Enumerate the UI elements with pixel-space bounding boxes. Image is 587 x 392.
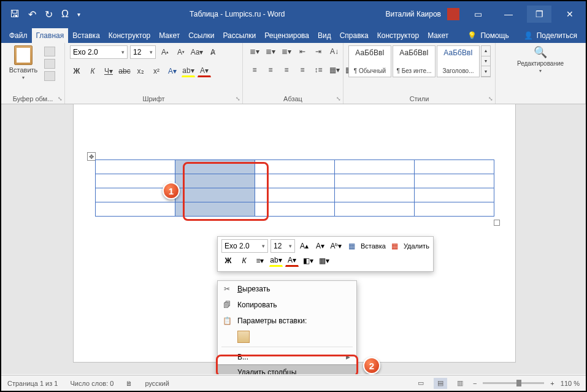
save-icon[interactable]: 🖫: [10, 9, 20, 20]
restore-button[interactable]: ❐: [527, 6, 551, 23]
view-read-icon[interactable]: ▭: [414, 378, 428, 389]
subscript-button[interactable]: x₂: [134, 65, 147, 77]
superscript-button[interactable]: x²: [150, 65, 163, 77]
copy-icon[interactable]: [44, 59, 55, 69]
tab-mailings[interactable]: Рассылки: [218, 28, 260, 43]
zoom-slider[interactable]: [483, 382, 544, 384]
undo-icon[interactable]: ↶: [28, 9, 36, 20]
sort-icon[interactable]: A↓: [328, 45, 341, 58]
chevron-down-icon[interactable]: ▾: [286, 243, 294, 249]
font-name-input[interactable]: [71, 46, 118, 58]
tab-design[interactable]: Конструктор: [104, 28, 155, 43]
view-print-icon[interactable]: ▤: [434, 378, 447, 389]
status-lang[interactable]: русский: [145, 380, 169, 387]
align-left-icon[interactable]: ≡: [248, 64, 261, 76]
zoom-level[interactable]: 110 %: [561, 380, 580, 387]
tab-table-layout[interactable]: Макет: [423, 28, 453, 43]
minimize-button[interactable]: —: [496, 6, 521, 23]
font-color-icon[interactable]: A▾: [198, 65, 211, 77]
mt-fontcolor-icon[interactable]: A▾: [285, 255, 299, 267]
tell-me[interactable]: Помощь: [480, 31, 508, 40]
bullets-icon[interactable]: ≣▾: [248, 45, 261, 58]
mt-shading-icon[interactable]: ◧▾: [301, 255, 315, 267]
styles-launcher[interactable]: ⤡: [488, 96, 493, 102]
font-size-combo[interactable]: ▾: [130, 45, 156, 59]
tab-table-design[interactable]: Конструктор: [373, 28, 423, 43]
lightbulb-icon[interactable]: 💡: [467, 31, 477, 40]
mt-font-combo[interactable]: ▾: [221, 239, 268, 253]
tab-file[interactable]: Файл: [5, 28, 32, 43]
underline-button[interactable]: Ч▾: [102, 65, 115, 77]
user-name[interactable]: Виталий Каиров: [385, 10, 441, 18]
align-center-icon[interactable]: ≡: [264, 64, 277, 76]
numbering-icon[interactable]: ≣▾: [264, 45, 277, 58]
chevron-down-icon[interactable]: ▾: [118, 49, 127, 55]
text-effects-icon[interactable]: A▾: [166, 65, 179, 77]
share-icon[interactable]: 👤: [524, 31, 533, 40]
align-justify-icon[interactable]: ≡: [296, 64, 309, 76]
zoom-out-icon[interactable]: −: [473, 380, 477, 387]
table[interactable]: [95, 159, 494, 217]
align-right-icon[interactable]: ≡: [280, 64, 293, 76]
clipboard-launcher[interactable]: ⤡: [58, 96, 63, 102]
mt-grow-icon[interactable]: A▴: [297, 240, 311, 252]
grow-font-icon[interactable]: A▴: [158, 46, 172, 58]
spellcheck-icon[interactable]: 🗎: [126, 380, 132, 387]
para-launcher[interactable]: ⤡: [336, 96, 341, 102]
styles-scroll[interactable]: ▴▾▾: [481, 45, 491, 77]
multilevel-icon[interactable]: ≣▾: [280, 45, 293, 58]
ctx-delete-columns[interactable]: Удалить столбцы: [217, 364, 357, 374]
style-heading1[interactable]: АаБбВвІЗаголово...: [437, 45, 480, 77]
tab-references[interactable]: Ссылки: [184, 28, 218, 43]
tab-help[interactable]: Справка: [336, 28, 373, 43]
table-resize-handle[interactable]: [494, 220, 500, 226]
mt-highlight-icon[interactable]: ab▾: [269, 255, 283, 267]
line-spacing-icon[interactable]: ↕≡: [312, 64, 325, 76]
table-move-handle[interactable]: ✥: [87, 152, 96, 161]
mt-shrink-icon[interactable]: A▾: [313, 240, 327, 252]
chevron-down-icon[interactable]: ▾: [259, 243, 267, 249]
mt-font-input[interactable]: [222, 240, 259, 252]
mt-insert-icon[interactable]: ▦: [345, 240, 358, 252]
tab-home[interactable]: Главная: [32, 28, 69, 43]
clear-format-icon[interactable]: A̷: [206, 46, 220, 58]
format-painter-icon[interactable]: [44, 71, 55, 81]
italic-button[interactable]: К: [86, 65, 99, 77]
bold-button[interactable]: Ж: [70, 65, 83, 77]
tab-view[interactable]: Вид: [313, 28, 336, 43]
redo-icon[interactable]: ↻: [45, 9, 53, 20]
share-button[interactable]: Поделиться: [537, 31, 577, 40]
shrink-font-icon[interactable]: A▾: [174, 46, 188, 58]
mt-align-icon[interactable]: ≡▾: [253, 255, 267, 267]
omega-icon[interactable]: Ω: [61, 9, 69, 20]
style-nospacing[interactable]: АаБбВвІ¶ Без инте...: [393, 45, 435, 77]
tab-layout[interactable]: Макет: [155, 28, 184, 43]
ribbon-options-icon[interactable]: ▭: [466, 6, 490, 23]
status-page[interactable]: Страница 1 из 1: [7, 380, 58, 387]
change-case-icon[interactable]: Aa▾: [190, 46, 204, 58]
qat-more-icon[interactable]: ▾: [77, 11, 80, 18]
highlight-icon[interactable]: ab▾: [182, 65, 195, 77]
ctx-paste-option-1[interactable]: [218, 329, 356, 345]
font-launcher[interactable]: ⤡: [236, 96, 240, 102]
mt-italic[interactable]: К: [237, 255, 251, 267]
status-words[interactable]: Число слов: 0: [70, 380, 113, 387]
paste-button[interactable]: Вставить ▾: [6, 45, 40, 80]
styles-gallery[interactable]: АаБбВвІ¶ Обычный АаБбВвІ¶ Без инте... Аа…: [348, 45, 491, 77]
strike-button[interactable]: abc: [118, 65, 131, 77]
chevron-down-icon[interactable]: ▾: [147, 49, 155, 55]
mt-borders-icon[interactable]: ▦▾: [317, 255, 331, 267]
ctx-hidden-1[interactable]: В...▶: [218, 349, 356, 365]
mt-size-input[interactable]: [271, 240, 286, 252]
font-name-combo[interactable]: ▾: [70, 45, 128, 59]
shading-icon[interactable]: ▦▾: [328, 64, 341, 76]
zoom-in-icon[interactable]: +: [550, 380, 554, 387]
avatar[interactable]: [447, 8, 459, 20]
cut-icon[interactable]: [44, 47, 55, 56]
ctx-cut[interactable]: ✂ВВырезатьырезать: [218, 281, 356, 297]
mt-styles-icon[interactable]: Aᵇ▾: [329, 240, 343, 252]
close-button[interactable]: ✕: [558, 6, 582, 23]
mt-bold[interactable]: Ж: [221, 255, 235, 267]
indent-dec-icon[interactable]: ⇤: [296, 45, 309, 58]
tab-insert[interactable]: Вставка: [68, 28, 104, 43]
